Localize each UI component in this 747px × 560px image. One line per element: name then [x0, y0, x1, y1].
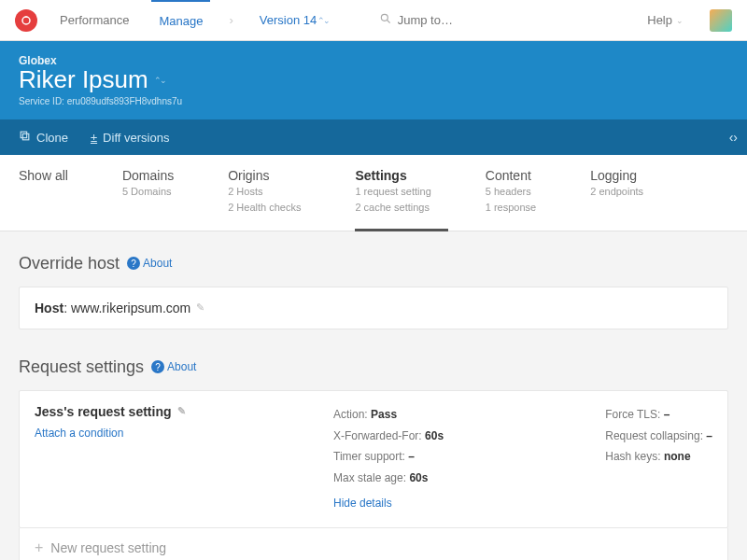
service-name: Riker Ipsum	[19, 65, 148, 94]
service-name-selector[interactable]: Riker Ipsum ⌃⌄	[19, 65, 728, 94]
override-host-section: Override host ? About Host: www.rikerips…	[19, 254, 728, 329]
tab-sub: 1 request setting	[355, 185, 430, 199]
host-value: www.rikeripsum.com	[71, 301, 190, 315]
tab-label: Content	[486, 168, 536, 183]
code-toggle-icon[interactable]: ‹›	[729, 130, 738, 145]
request-setting-left: Jess's request setting ✎ Attach a condit…	[35, 404, 277, 514]
tab-content[interactable]: Content 5 headers 1 response	[486, 155, 553, 231]
tab-sub: 5 headers	[486, 185, 536, 199]
request-setting-right: Force TLS: – Request collapsing: – Hash …	[605, 404, 712, 514]
tab-settings[interactable]: Settings 1 request setting 2 cache setti…	[355, 155, 447, 231]
search-wrap	[379, 12, 510, 28]
tab-sub: 1 response	[486, 201, 536, 215]
host-label: Host	[35, 301, 63, 315]
about-link[interactable]: ? About	[127, 257, 172, 270]
diff-button[interactable]: ± Diff versions	[91, 131, 169, 145]
about-label: About	[167, 360, 196, 373]
request-setting-title: Jess's request setting ✎	[35, 404, 277, 419]
request-setting-mid: Action: Pass X-Forwarded-For: 60s Timer …	[333, 404, 444, 514]
clone-button[interactable]: Clone	[19, 130, 68, 145]
section-title: Request settings	[19, 357, 144, 377]
tab-sub: 2 endpoints	[590, 185, 643, 199]
host-card: Host: www.rikeripsum.com ✎	[19, 287, 728, 329]
nav-performance[interactable]: Performance	[52, 0, 136, 41]
tab-show-all[interactable]: Show all	[19, 155, 85, 231]
tab-sub: 2 Health checks	[228, 201, 301, 215]
help-menu[interactable]: Help ⌄	[647, 13, 684, 27]
plus-icon: +	[35, 539, 43, 556]
about-link[interactable]: ? About	[151, 360, 196, 373]
action-bar: Clone ± Diff versions ‹›	[0, 119, 747, 155]
version-label: Version 14	[260, 13, 317, 27]
breadcrumb-separator: ›	[229, 13, 233, 27]
svg-point-2	[381, 14, 388, 21]
clone-label: Clone	[36, 131, 68, 145]
chevron-down-icon: ⌄	[676, 16, 684, 25]
svg-point-0	[22, 17, 30, 24]
request-setting-name: Jess's request setting	[35, 404, 172, 419]
brand-logo[interactable]	[15, 9, 37, 32]
host-line: Host: www.rikeripsum.com ✎	[35, 301, 712, 315]
request-setting-card: Jess's request setting ✎ Attach a condit…	[19, 390, 728, 528]
diff-icon: ±	[91, 131, 97, 145]
tab-origins[interactable]: Origins 2 Hosts 2 Health checks	[228, 155, 317, 231]
search-icon	[379, 12, 392, 28]
edit-icon[interactable]: ✎	[177, 405, 186, 417]
edit-icon[interactable]: ✎	[196, 301, 204, 314]
service-hero: Globex Riker Ipsum ⌃⌄ Service ID: eru089…	[0, 41, 747, 119]
about-label: About	[143, 257, 172, 270]
add-request-setting-button[interactable]: + New request setting	[19, 528, 728, 560]
svg-rect-5	[21, 132, 27, 138]
tab-label: Domains	[122, 168, 174, 183]
svg-rect-1	[26, 16, 27, 18]
main-content: Override host ? About Host: www.rikerips…	[0, 231, 747, 560]
search-input[interactable]	[398, 13, 510, 27]
attach-condition-link[interactable]: Attach a condition	[35, 427, 123, 440]
updown-icon: ⌃⌄	[317, 16, 329, 25]
section-title: Override host	[19, 254, 120, 273]
help-icon: ?	[151, 360, 164, 373]
section-header: Request settings ? About	[19, 357, 728, 377]
request-settings-section: Request settings ? About Jess's request …	[19, 357, 728, 560]
add-label: New request setting	[50, 540, 166, 555]
help-label: Help	[647, 13, 672, 27]
tab-sub: 5 Domains	[122, 185, 174, 199]
svg-rect-4	[22, 133, 28, 140]
tab-label: Settings	[355, 168, 430, 183]
clone-icon	[19, 130, 31, 145]
service-id: Service ID: eru089udfs893FH8vdhns7u	[19, 96, 728, 106]
nav-manage[interactable]: Manage	[151, 0, 210, 40]
help-icon: ?	[127, 257, 140, 270]
tab-sub: 2 Hosts	[228, 185, 301, 199]
org-name: Globex	[19, 54, 728, 67]
user-avatar[interactable]	[710, 9, 732, 32]
diff-label: Diff versions	[103, 131, 169, 145]
hide-details-link[interactable]: Hide details	[333, 493, 444, 514]
section-header: Override host ? About	[19, 254, 728, 273]
top-bar: Performance Manage › Version 14 ⌃⌄ Help …	[0, 0, 747, 41]
updown-icon: ⌃⌄	[154, 76, 165, 85]
tab-label: Show all	[19, 168, 68, 183]
tab-label: Logging	[590, 168, 643, 183]
config-tabs: Show all Domains 5 Domains Origins 2 Hos…	[0, 155, 747, 231]
version-selector[interactable]: Version 14 ⌃⌄	[252, 0, 336, 41]
tab-domains[interactable]: Domains 5 Domains	[122, 155, 190, 231]
tab-logging[interactable]: Logging 2 endpoints	[590, 155, 660, 231]
svg-line-3	[387, 21, 389, 23]
tab-sub: 2 cache settings	[355, 201, 430, 215]
tab-label: Origins	[228, 168, 301, 183]
